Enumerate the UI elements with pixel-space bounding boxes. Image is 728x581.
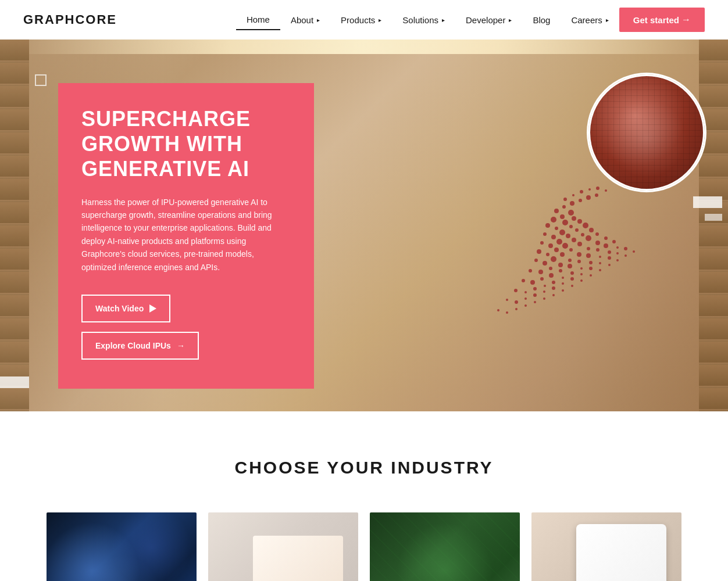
explore-cloud-button[interactable]: Explore Cloud IPUs → — [81, 332, 199, 360]
nav-link-blog[interactable]: Blog — [522, 10, 561, 30]
nav-item-blog[interactable]: Blog — [522, 10, 561, 30]
get-started-button[interactable]: Get started → — [619, 8, 705, 32]
nav-item-developer[interactable]: Developer ▸ — [455, 10, 522, 30]
play-icon — [149, 304, 156, 313]
hero-strip-2 — [705, 214, 722, 221]
nav-menu: Home About ▸ Products ▸ Solutions ▸ Deve… — [236, 8, 705, 32]
navbar: GRAPHCORE Home About ▸ Products ▸ Soluti… — [0, 0, 728, 40]
server-rack-right — [699, 40, 728, 411]
industry-card-finance[interactable] — [531, 512, 681, 581]
nav-item-careers[interactable]: Careers ▸ — [561, 10, 619, 30]
nav-item-home[interactable]: Home — [236, 10, 280, 30]
nav-item-solutions[interactable]: Solutions ▸ — [392, 10, 455, 30]
hero-section: SUPERCHARGE GROWTH WITH GENERATIVE AI Ha… — [0, 40, 728, 411]
nav-item-cta[interactable]: Get started → — [619, 8, 705, 32]
industry-section: CHOOSE YOUR INDUSTRY — [0, 411, 728, 581]
hero-heading: SUPERCHARGE GROWTH WITH GENERATIVE AI — [81, 106, 291, 182]
nav-link-careers[interactable]: Careers ▸ — [561, 10, 619, 30]
nav-link-solutions[interactable]: Solutions ▸ — [392, 10, 455, 30]
nav-link-developer[interactable]: Developer ▸ — [455, 10, 522, 30]
hero-buttons: Watch Video Explore Cloud IPUs → — [81, 295, 291, 360]
explore-arrow-icon: → — [177, 341, 185, 350]
brand-logo[interactable]: GRAPHCORE — [23, 12, 117, 27]
nav-link-products[interactable]: Products ▸ — [330, 10, 392, 30]
hero-strip-1 — [693, 196, 722, 208]
hero-strip-bottom-left — [0, 376, 29, 388]
nav-arrow-solutions: ▸ — [442, 17, 445, 23]
nav-arrow-products: ▸ — [379, 17, 381, 23]
ipu-sphere-visualization — [588, 74, 705, 191]
watch-video-button[interactable]: Watch Video — [81, 295, 170, 322]
industry-card-tech[interactable] — [370, 512, 520, 581]
industry-card-network[interactable] — [47, 512, 197, 581]
cta-arrow-icon: → — [681, 15, 691, 25]
nav-arrow-about: ▸ — [317, 17, 320, 23]
nav-arrow-careers: ▸ — [606, 17, 609, 23]
industry-cards-grid — [23, 512, 705, 581]
nav-item-products[interactable]: Products ▸ — [330, 10, 392, 30]
nav-arrow-developer: ▸ — [509, 17, 512, 23]
server-rack-left — [0, 40, 29, 411]
hero-body-text: Harness the power of IPU-powered generat… — [81, 196, 291, 274]
nav-link-home[interactable]: Home — [236, 10, 280, 30]
hero-square-decoration — [35, 74, 47, 86]
nav-link-about[interactable]: About ▸ — [280, 10, 330, 30]
ceiling-light — [29, 40, 699, 54]
hero-content-box: SUPERCHARGE GROWTH WITH GENERATIVE AI Ha… — [58, 83, 314, 389]
nav-item-about[interactable]: About ▸ — [280, 10, 330, 30]
industry-section-title: CHOOSE YOUR INDUSTRY — [23, 458, 705, 478]
industry-card-healthcare[interactable] — [208, 512, 358, 581]
